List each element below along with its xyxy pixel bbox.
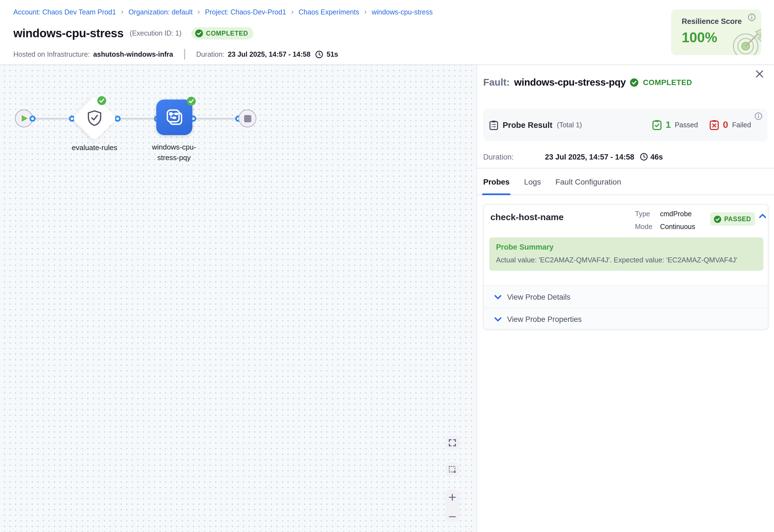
breadcrumb: Account: Chaos Dev Team Prod1 › Organiza… — [13, 8, 433, 16]
clipboard-x-icon — [709, 120, 719, 130]
page-title: windows-cpu-stress — [13, 27, 124, 40]
probe-expanders: View Probe Details View Probe Properties — [484, 285, 768, 329]
passed-label: Passed — [675, 121, 698, 129]
fault-details-panel: Fault: windows-cpu-stress-pqy COMPLETED — [477, 65, 774, 532]
probe-mode-value: Continuous — [660, 221, 695, 233]
probe-result-total: (Total 1) — [557, 121, 582, 129]
pipeline-edge — [24, 118, 247, 119]
failed-label: Failed — [732, 121, 751, 129]
clipboard-icon — [489, 120, 498, 130]
check-circle-icon — [714, 215, 721, 223]
duration-label: Duration: — [196, 50, 224, 58]
plus-icon — [449, 494, 456, 501]
view-probe-details-row[interactable]: View Probe Details — [484, 286, 768, 308]
probe-card: check-host-name Type cmdProbe Mode Conti… — [483, 204, 768, 330]
panel-tabs: Probes Logs Fault Configuration — [477, 168, 774, 195]
fault-duration-label: Duration: — [483, 153, 545, 161]
fault-duration-row: Duration: 23 Jul 2025, 14:57 - 14:58 46s — [483, 150, 663, 164]
probe-summary-title: Probe Summary — [496, 243, 757, 251]
clock-icon — [316, 50, 323, 58]
hosted-value: ashutosh-windows-infra — [93, 50, 173, 58]
close-panel-button[interactable] — [753, 67, 766, 81]
fault-workflow-icon — [164, 107, 184, 127]
resilience-score-label: Resilience Score — [682, 17, 742, 26]
fault-duration-value: 23 Jul 2025, 14:57 - 14:58 — [545, 153, 634, 161]
chevron-down-icon — [494, 294, 502, 299]
stop-icon — [244, 115, 251, 122]
fault-name: windows-cpu-stress-pqy — [514, 76, 626, 88]
probe-type-label: Type — [635, 208, 655, 221]
fullscreen-button[interactable] — [445, 436, 459, 450]
breadcrumb-separator-icon: › — [121, 8, 123, 16]
collapse-probe-button[interactable] — [759, 213, 766, 218]
tab-probes[interactable]: Probes — [483, 168, 510, 195]
zoom-out-button[interactable] — [449, 515, 456, 518]
tab-logs[interactable]: Logs — [524, 168, 541, 195]
probe-result-counts: 1 Passed 0 Failed — [652, 108, 759, 141]
check-circle-icon — [630, 78, 639, 86]
zoom-in-button[interactable] — [449, 494, 456, 501]
probe-name: check-host-name — [490, 212, 564, 222]
node-label-fault: windows-cpu- stress-pqy — [135, 142, 213, 163]
breadcrumb-chaos-experiments[interactable]: Chaos Experiments — [299, 8, 359, 16]
app-root: Account: Chaos Dev Team Prod1 › Organiza… — [0, 0, 774, 532]
meta-divider — [184, 49, 185, 59]
pipeline-canvas[interactable]: evaluate-rules windows-cpu- stress-pqy — [0, 65, 477, 532]
duration-seconds: 51s — [327, 50, 338, 58]
hosted-label: Hosted on Infrastructure: — [13, 50, 90, 58]
close-icon — [755, 69, 764, 78]
probe-mode-label: Mode — [635, 221, 655, 233]
clock-icon — [640, 153, 648, 161]
probe-type-value: cmdProbe — [660, 208, 695, 221]
page-header: Account: Chaos Dev Team Prod1 › Organiza… — [0, 0, 774, 65]
chevron-down-icon — [494, 317, 502, 322]
probe-result-title-group: Probe Result (Total 1) — [489, 108, 582, 141]
shield-check-icon — [87, 110, 102, 128]
selection-mode-button[interactable] — [445, 463, 459, 476]
fault-duration-seconds: 46s — [650, 153, 663, 161]
minus-icon — [449, 515, 456, 518]
breadcrumb-organization[interactable]: Organization: default — [128, 8, 193, 16]
probe-status-badge: PASSED — [710, 212, 755, 226]
zoom-controls — [445, 490, 459, 522]
marquee-selection-icon — [449, 466, 456, 473]
probe-result-title: Probe Result — [503, 120, 552, 129]
probe-summary-text: Actual value: 'EC2AMAZ-QMVAF4J'. Expecte… — [496, 256, 757, 264]
info-icon[interactable] — [748, 13, 756, 23]
node-success-icon — [187, 97, 196, 106]
connection-point[interactable] — [29, 115, 35, 121]
breadcrumb-separator-icon: › — [198, 8, 200, 16]
duration-value: 23 Jul 2025, 14:57 - 14:58 — [228, 50, 310, 58]
fault-status: COMPLETED — [643, 78, 692, 86]
experiment-meta: Hosted on Infrastructure: ashutosh-windo… — [13, 49, 338, 59]
check-circle-icon — [195, 29, 203, 37]
view-probe-properties-row[interactable]: View Probe Properties — [484, 308, 768, 330]
passed-count: 1 — [666, 119, 671, 130]
resilience-score-value: 100% — [682, 29, 717, 46]
view-probe-details-label: View Probe Details — [507, 293, 570, 301]
fault-header: Fault: windows-cpu-stress-pqy COMPLETED — [483, 75, 766, 90]
probe-result-summary: Probe Result (Total 1) 1 Passed — [483, 108, 767, 141]
breadcrumb-current[interactable]: windows-cpu-stress — [372, 8, 433, 16]
view-probe-properties-label: View Probe Properties — [507, 315, 582, 324]
probe-meta: Type cmdProbe Mode Continuous — [635, 208, 695, 233]
breadcrumb-separator-icon: › — [291, 8, 294, 16]
breadcrumb-project[interactable]: Project: Chaos-Dev-Prod1 — [205, 8, 286, 16]
failed-count: 0 — [723, 119, 728, 130]
target-arrow-illustration-icon — [731, 26, 761, 55]
resilience-score-card: Resilience Score 100% — [671, 9, 761, 55]
breadcrumb-account[interactable]: Account: Chaos Dev Team Prod1 — [13, 8, 116, 16]
status-badge: COMPLETED — [192, 27, 254, 39]
node-label-fault-line1: windows-cpu- — [135, 142, 213, 153]
execution-id: (Execution ID: 1) — [130, 29, 182, 37]
fault-label: Fault: — [483, 76, 510, 88]
fullscreen-icon — [449, 439, 456, 446]
node-label-evaluate-rules: evaluate-rules — [56, 143, 133, 153]
title-row: windows-cpu-stress (Execution ID: 1) COM… — [13, 27, 254, 40]
clipboard-check-icon — [652, 120, 662, 130]
info-icon[interactable] — [755, 112, 762, 122]
node-label-fault-line2: stress-pqy — [135, 153, 213, 163]
node-success-icon — [97, 96, 106, 105]
end-node — [239, 110, 256, 127]
tab-fault-configuration[interactable]: Fault Configuration — [555, 168, 621, 195]
